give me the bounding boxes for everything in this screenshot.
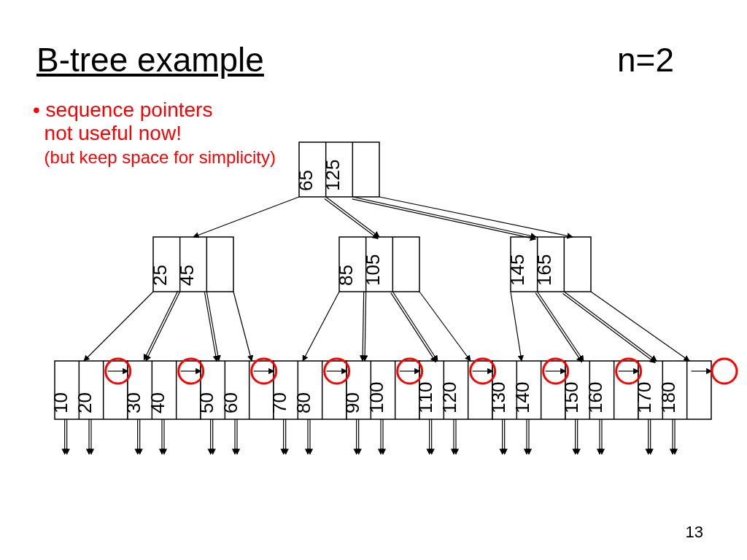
svg-line-55 (391, 293, 436, 362)
mid-node-2-key-1: 165 (533, 254, 555, 286)
svg-line-48 (206, 292, 219, 361)
svg-line-14 (325, 198, 378, 238)
svg-line-16 (352, 199, 536, 239)
leaf-node-5-key-1: 120 (438, 382, 460, 413)
leaf-node-2-key-1: 60 (220, 392, 241, 413)
svg-line-45 (84, 292, 153, 361)
leaf-node-0: 1020 (50, 361, 128, 419)
leaf-node-1-key-0: 30 (123, 392, 144, 413)
leaf-node-3: 7080 (268, 361, 347, 419)
svg-line-59 (535, 293, 581, 362)
btree-diagram: 6512525458510514516510203040506070809010… (0, 0, 747, 560)
root-node-key-0: 65 (295, 170, 317, 191)
leaf-node-5: 110120 (414, 361, 492, 419)
svg-line-52 (365, 292, 366, 361)
mid-node-1-key-1: 105 (362, 254, 384, 286)
svg-line-58 (538, 292, 584, 361)
svg-line-15 (352, 197, 536, 237)
svg-line-60 (564, 292, 657, 361)
mid-node-2-key-0: 145 (506, 254, 528, 286)
root-node: 65125 (295, 142, 379, 197)
leaf-node-6-key-1: 140 (511, 382, 533, 413)
leaf-node-0-key-0: 10 (50, 392, 71, 413)
svg-line-53 (363, 292, 364, 361)
svg-line-12 (193, 197, 299, 237)
mid-node-0-key-1: 45 (176, 265, 198, 286)
leaf-node-3-key-0: 70 (268, 392, 290, 413)
leaf-node-1-key-1: 40 (147, 392, 169, 413)
mid-node-1: 85105 (335, 237, 419, 292)
mid-node-0: 2545 (149, 237, 233, 292)
svg-line-61 (563, 293, 656, 362)
mid-node-1-key-0: 85 (335, 265, 357, 286)
svg-line-50 (233, 292, 252, 361)
leaf-node-4-key-1: 100 (365, 382, 387, 413)
leaf-node-7-key-1: 160 (584, 382, 606, 413)
leaf-node-3-key-1: 80 (293, 392, 314, 413)
leaf-node-8-key-1: 180 (657, 382, 679, 413)
leaf-node-7-key-0: 150 (560, 382, 582, 413)
mid-node-0-key-0: 25 (149, 265, 171, 286)
svg-line-46 (146, 292, 180, 361)
leaf-node-4-key-0: 90 (341, 392, 363, 413)
svg-line-56 (419, 292, 471, 361)
svg-line-54 (392, 292, 438, 361)
leaf-node-7: 150160 (560, 361, 638, 419)
leaf-node-6-key-0: 130 (487, 382, 509, 413)
leaf-node-6: 130140 (487, 361, 565, 419)
leaf-node-0-key-1: 20 (74, 392, 96, 413)
leaf-node-2-key-0: 50 (196, 392, 217, 413)
svg-line-51 (303, 292, 339, 361)
sequence-pointer-circle-8 (712, 359, 737, 384)
leaf-node-1: 3040 (123, 361, 201, 419)
svg-line-57 (511, 292, 522, 361)
svg-line-62 (591, 292, 689, 361)
leaf-node-4: 90100 (341, 361, 419, 419)
svg-line-49 (204, 292, 217, 362)
svg-line-47 (144, 291, 178, 360)
svg-line-17 (379, 197, 573, 237)
root-node-key-1: 125 (322, 160, 344, 191)
mid-node-2: 145165 (506, 237, 591, 292)
leaf-node-8: 170180 (633, 361, 711, 419)
leaf-node-5-key-0: 110 (414, 382, 436, 413)
leaf-node-8-key-0: 170 (633, 382, 655, 413)
leaf-node-2: 5060 (196, 361, 274, 419)
